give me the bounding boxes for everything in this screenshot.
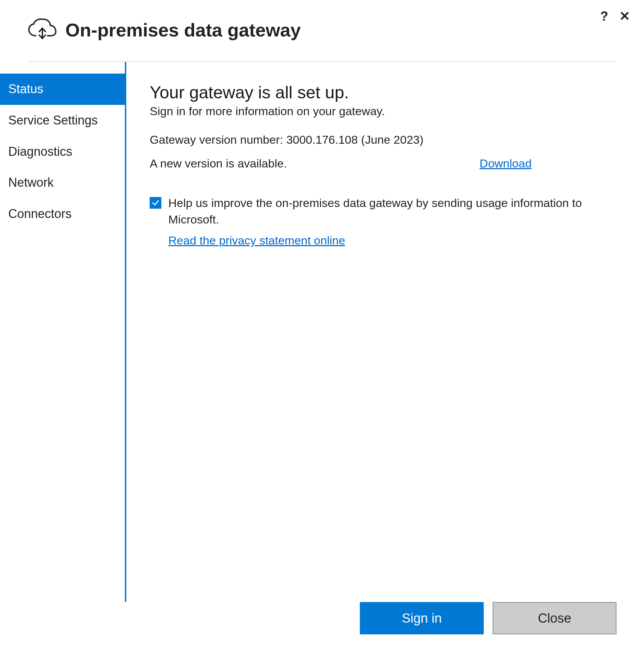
telemetry-label: Help us improve the on-premises data gat…: [168, 195, 615, 228]
close-button[interactable]: Close: [493, 602, 616, 634]
check-icon: [151, 199, 160, 207]
status-heading: Your gateway is all set up.: [150, 83, 615, 102]
close-icon[interactable]: ✕: [619, 10, 630, 23]
sidebar-item-network[interactable]: Network: [0, 167, 125, 198]
content-panel: Your gateway is all set up. Sign in for …: [126, 62, 644, 602]
sidebar-item-diagnostics[interactable]: Diagnostics: [0, 136, 125, 167]
sidebar-item-status[interactable]: Status: [0, 74, 125, 105]
footer: Sign in Close: [0, 602, 644, 655]
app-title: On-premises data gateway: [65, 19, 301, 41]
sidebar: Status Service Settings Diagnostics Netw…: [0, 62, 126, 602]
update-message: A new version is available.: [150, 157, 480, 170]
telemetry-row: Help us improve the on-premises data gat…: [150, 195, 615, 228]
version-line: Gateway version number: 3000.176.108 (Ju…: [150, 133, 615, 146]
titlebar-controls: ? ✕: [600, 10, 630, 23]
update-row: A new version is available. Download: [150, 157, 532, 170]
gateway-config-window: ? ✕ On-premises data gateway Status Serv…: [0, 0, 644, 655]
body: Status Service Settings Diagnostics Netw…: [0, 62, 644, 602]
telemetry-checkbox[interactable]: [150, 197, 161, 209]
sidebar-item-service-settings[interactable]: Service Settings: [0, 105, 125, 136]
help-icon[interactable]: ?: [600, 10, 608, 23]
download-link[interactable]: Download: [480, 157, 532, 170]
sidebar-item-connectors[interactable]: Connectors: [0, 198, 125, 230]
status-subtitle: Sign in for more information on your gat…: [150, 105, 615, 118]
cloud-upload-icon: [28, 18, 57, 42]
header: On-premises data gateway: [0, 0, 644, 61]
sign-in-button[interactable]: Sign in: [360, 602, 484, 634]
privacy-link[interactable]: Read the privacy statement online: [168, 234, 345, 247]
